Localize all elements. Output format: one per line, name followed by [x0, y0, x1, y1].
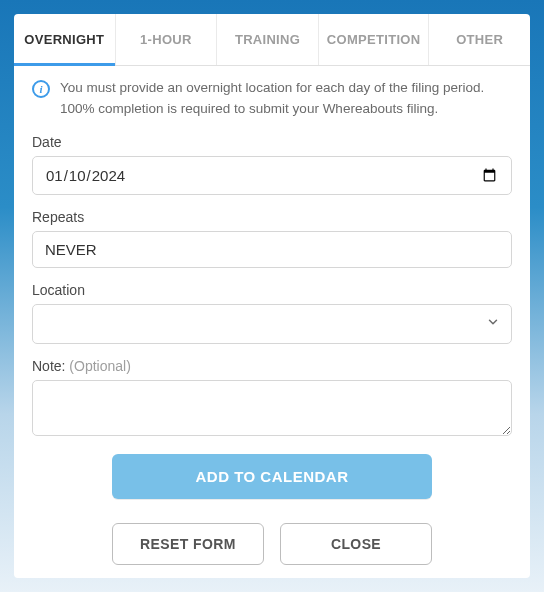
tab-overnight[interactable]: OVERNIGHT	[14, 14, 116, 65]
note-label: Note: (Optional)	[32, 358, 512, 374]
info-banner: i You must provide an overnight location…	[32, 78, 512, 120]
tabs: OVERNIGHT 1-HOUR TRAINING COMPETITION OT…	[14, 14, 530, 66]
tab-other[interactable]: OTHER	[429, 14, 530, 65]
location-field-group: Location	[32, 282, 512, 344]
location-label: Location	[32, 282, 512, 298]
note-field-group: Note: (Optional)	[32, 358, 512, 440]
tab-training[interactable]: TRAINING	[217, 14, 319, 65]
close-button[interactable]: CLOSE	[280, 523, 432, 565]
whereabouts-card: OVERNIGHT 1-HOUR TRAINING COMPETITION OT…	[14, 14, 530, 578]
secondary-buttons: RESET FORM CLOSE	[32, 523, 512, 565]
repeats-label: Repeats	[32, 209, 512, 225]
form-content: i You must provide an overnight location…	[14, 66, 530, 578]
repeats-field-group: Repeats	[32, 209, 512, 268]
repeats-input[interactable]	[32, 231, 512, 268]
date-label: Date	[32, 134, 512, 150]
info-icon: i	[32, 80, 50, 98]
add-to-calendar-button[interactable]: ADD TO CALENDAR	[112, 454, 432, 499]
reset-form-button[interactable]: RESET FORM	[112, 523, 264, 565]
tab-1hour[interactable]: 1-HOUR	[116, 14, 218, 65]
note-textarea[interactable]	[32, 380, 512, 436]
date-input[interactable]	[32, 156, 512, 195]
info-text: You must provide an overnight location f…	[60, 78, 512, 120]
tab-competition[interactable]: COMPETITION	[319, 14, 430, 65]
location-select[interactable]	[32, 304, 512, 344]
date-field-group: Date	[32, 134, 512, 195]
